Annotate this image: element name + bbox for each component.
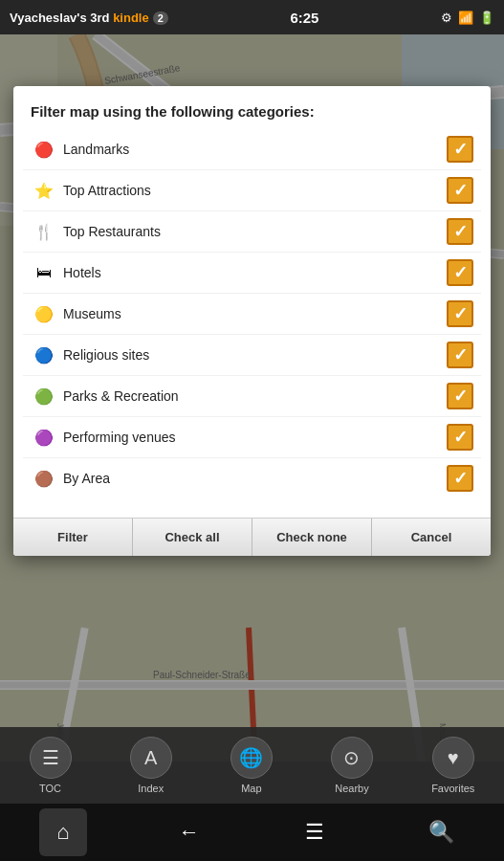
wifi-icon: 📶 xyxy=(458,11,473,25)
category-label-parks-recreation: Parks & Recreation xyxy=(63,388,447,404)
dialog-spacer xyxy=(13,498,491,518)
category-icon-performing-venues: 🟣 xyxy=(31,424,57,451)
category-label-top-restaurants: Top Restaurants xyxy=(63,224,447,239)
nav-item-favorites[interactable]: ♥ Favorites xyxy=(431,737,474,794)
favorites-label: Favorites xyxy=(431,783,474,794)
checkbox-religious-sites[interactable] xyxy=(447,342,473,368)
category-icon-religious-sites: 🔵 xyxy=(31,342,57,368)
category-icon-parks-recreation: 🟢 xyxy=(31,383,57,409)
cancel-button[interactable]: Cancel xyxy=(372,519,491,556)
check-all-button[interactable]: Check all xyxy=(133,519,252,556)
notification-badge: 2 xyxy=(153,11,168,25)
battery-icon: 🔋 xyxy=(479,11,494,25)
dialog-button-row: FilterCheck allCheck noneCancel xyxy=(13,518,491,556)
settings-icon: ⚙ xyxy=(441,11,452,25)
category-icon-by-area: 🟤 xyxy=(31,465,57,492)
map-label: Map xyxy=(241,783,261,794)
search-toolbar-button[interactable]: 🔍 xyxy=(417,808,465,856)
checkbox-by-area[interactable] xyxy=(447,465,473,492)
category-item-parks-recreation[interactable]: 🟢 Parks & Recreation xyxy=(23,376,481,417)
toc-label: TOC xyxy=(39,783,61,794)
nav-item-index[interactable]: A Index xyxy=(130,737,172,794)
checkbox-hotels[interactable] xyxy=(447,259,473,286)
index-icon: A xyxy=(130,737,172,779)
dialog-title: Filter map using the following categorie… xyxy=(13,86,491,129)
category-label-performing-venues: Performing venues xyxy=(63,430,447,445)
category-item-top-restaurants[interactable]: 🍴 Top Restaurants xyxy=(23,211,481,253)
toc-icon: ☰ xyxy=(30,737,72,779)
category-label-by-area: By Area xyxy=(63,471,447,486)
index-label: Index xyxy=(138,783,164,794)
nearby-label: Nearby xyxy=(335,783,368,794)
filter-button[interactable]: Filter xyxy=(13,519,133,556)
category-label-religious-sites: Religious sites xyxy=(63,347,447,363)
category-item-by-area[interactable]: 🟤 By Area xyxy=(23,458,481,498)
clock: 6:25 xyxy=(290,10,318,26)
status-bar: Vyacheslav's 3rd kindle2 6:25 ⚙ 📶 🔋 xyxy=(0,0,504,34)
category-item-top-attractions[interactable]: ⭐ Top Attractions xyxy=(23,170,481,211)
category-icon-landmarks: 🔴 xyxy=(31,136,57,163)
checkbox-landmarks[interactable] xyxy=(447,136,473,163)
nearby-icon: ⊙ xyxy=(331,737,373,779)
nav-item-nearby[interactable]: ⊙ Nearby xyxy=(331,737,373,794)
category-label-landmarks: Landmarks xyxy=(63,142,447,157)
map-icon: 🌐 xyxy=(230,737,273,779)
category-icon-top-restaurants: 🍴 xyxy=(31,218,57,245)
bottom-nav: ☰ TOC A Index 🌐 Map ⊙ Nearby ♥ Favorites xyxy=(0,727,504,804)
category-item-hotels[interactable]: 🛏 Hotels xyxy=(23,253,481,294)
checkbox-top-attractions[interactable] xyxy=(447,177,473,204)
nav-item-toc[interactable]: ☰ TOC xyxy=(30,737,72,794)
category-list: 🔴 Landmarks ⭐ Top Attractions 🍴 Top Rest… xyxy=(13,129,491,498)
category-item-landmarks[interactable]: 🔴 Landmarks xyxy=(23,129,481,170)
category-icon-hotels: 🛏 xyxy=(31,259,57,286)
checkbox-parks-recreation[interactable] xyxy=(447,383,473,409)
kindle-text: kindle xyxy=(113,11,149,25)
category-label-hotels: Hotels xyxy=(63,265,447,280)
checkbox-top-restaurants[interactable] xyxy=(447,218,473,245)
home-toolbar-button[interactable]: ⌂ xyxy=(39,808,87,856)
category-item-museums[interactable]: 🟡 Museums xyxy=(23,294,481,335)
category-item-performing-venues[interactable]: 🟣 Performing venues xyxy=(23,417,481,458)
app-name-text: Vyacheslav's 3rd xyxy=(10,11,113,25)
nav-item-map[interactable]: 🌐 Map xyxy=(230,737,273,794)
favorites-icon: ♥ xyxy=(432,737,474,779)
filter-dialog: Filter map using the following categorie… xyxy=(13,86,491,556)
category-label-museums: Museums xyxy=(63,306,447,321)
category-icon-top-attractions: ⭐ xyxy=(31,177,57,204)
category-item-religious-sites[interactable]: 🔵 Religious sites xyxy=(23,335,481,376)
category-icon-museums: 🟡 xyxy=(31,300,57,327)
menu-toolbar-button[interactable]: ☰ xyxy=(291,808,339,856)
checkbox-museums[interactable] xyxy=(447,300,473,327)
status-icons: ⚙ 📶 🔋 xyxy=(441,11,494,25)
check-none-button[interactable]: Check none xyxy=(252,519,372,556)
bottom-toolbar: ⌂←☰🔍 xyxy=(0,804,504,861)
category-label-top-attractions: Top Attractions xyxy=(63,183,447,198)
app-title: Vyacheslav's 3rd kindle2 xyxy=(10,11,168,25)
checkbox-performing-venues[interactable] xyxy=(447,424,473,451)
back-toolbar-button[interactable]: ← xyxy=(165,808,213,856)
